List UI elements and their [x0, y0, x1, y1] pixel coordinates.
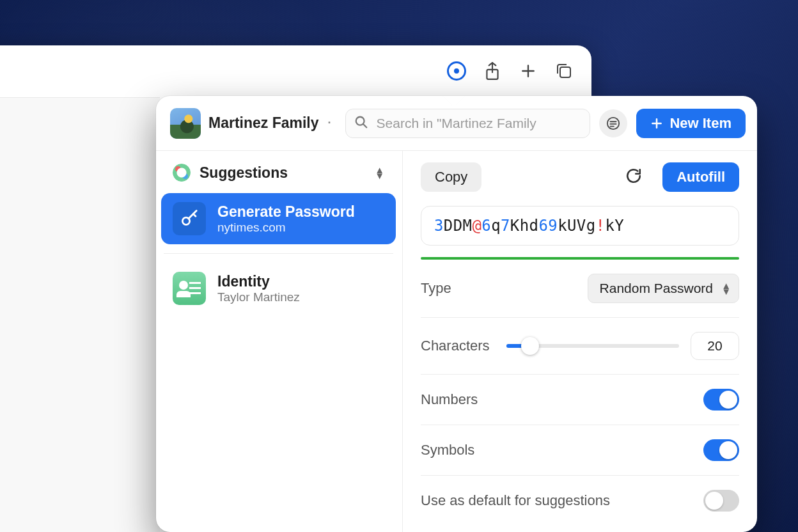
list-item-subtitle: Taylor Martinez: [217, 290, 300, 304]
refresh-icon[interactable]: [625, 168, 642, 187]
numbers-label: Numbers: [421, 391, 478, 408]
type-select[interactable]: Random Password ▲▼: [588, 274, 739, 303]
suggestions-title: Suggestions: [199, 164, 288, 182]
vault-selector[interactable]: Martinez Family ·: [168, 106, 336, 141]
suggestions-header[interactable]: Suggestions ▲▼: [161, 151, 396, 193]
chevron-down-icon: ·: [328, 116, 331, 130]
share-icon[interactable]: [483, 61, 502, 81]
symbols-label: Symbols: [421, 442, 474, 458]
default-label: Use as default for suggestions: [421, 492, 610, 509]
list-item-subtitle: nytimes.com: [217, 221, 355, 235]
search-wrap: [345, 109, 591, 138]
settings-button[interactable]: [599, 109, 627, 137]
setting-characters: Characters 20: [421, 318, 739, 375]
suggestions-panel: Suggestions ▲▼ Generate Password nytimes…: [156, 151, 403, 532]
setting-default: Use as default for suggestions: [421, 476, 739, 526]
setting-symbols: Symbols: [421, 425, 739, 476]
new-item-label: New Item: [669, 115, 731, 132]
vault-name: Martinez Family: [208, 114, 319, 132]
autofill-button[interactable]: Autofill: [662, 162, 739, 192]
new-tab-icon[interactable]: [519, 61, 538, 81]
chevron-updown-icon: ▲▼: [721, 283, 731, 294]
sort-icon: ▲▼: [375, 167, 384, 178]
generator-panel: Copy Autofill 3DDM@6q7Khd69kUVg!kY Type …: [403, 151, 757, 532]
svg-rect-1: [560, 67, 570, 77]
numbers-toggle[interactable]: [703, 389, 739, 411]
list-item-title: Generate Password: [217, 203, 355, 221]
key-icon: [173, 202, 206, 235]
svg-point-2: [356, 116, 364, 125]
list-item-title: Identity: [217, 273, 300, 290]
identity-icon: [173, 272, 206, 305]
setting-numbers: Numbers: [421, 375, 739, 425]
search-input[interactable]: [345, 109, 591, 138]
browser-toolbar: [0, 45, 591, 97]
suggestions-icon: [173, 164, 191, 182]
type-label: Type: [421, 280, 451, 297]
extension-popover: Martinez Family · New Item Suggestions ▲…: [156, 96, 757, 532]
setting-type: Type Random Password ▲▼: [421, 260, 739, 318]
new-item-button[interactable]: New Item: [636, 109, 746, 138]
tabs-icon[interactable]: [554, 61, 574, 81]
slider-thumb[interactable]: [521, 337, 539, 355]
generator-actions: Copy Autofill: [421, 162, 739, 192]
generated-password[interactable]: 3DDM@6q7Khd69kUVg!kY: [421, 206, 739, 246]
sidebar-item-identity[interactable]: Identity Taylor Martinez: [161, 263, 396, 314]
copy-button[interactable]: Copy: [421, 162, 481, 192]
default-toggle[interactable]: [703, 490, 739, 512]
characters-value[interactable]: 20: [691, 332, 739, 360]
search-icon: [354, 115, 368, 132]
characters-slider[interactable]: [506, 344, 679, 348]
extension-icon[interactable]: [447, 61, 466, 81]
symbols-toggle[interactable]: [703, 439, 739, 461]
page-content-strip: [0, 97, 160, 532]
characters-label: Characters: [421, 338, 490, 354]
type-value: Random Password: [600, 281, 713, 295]
vault-avatar: [170, 108, 201, 139]
divider: [164, 253, 393, 254]
sidebar-item-generate-password[interactable]: Generate Password nytimes.com: [161, 193, 396, 244]
